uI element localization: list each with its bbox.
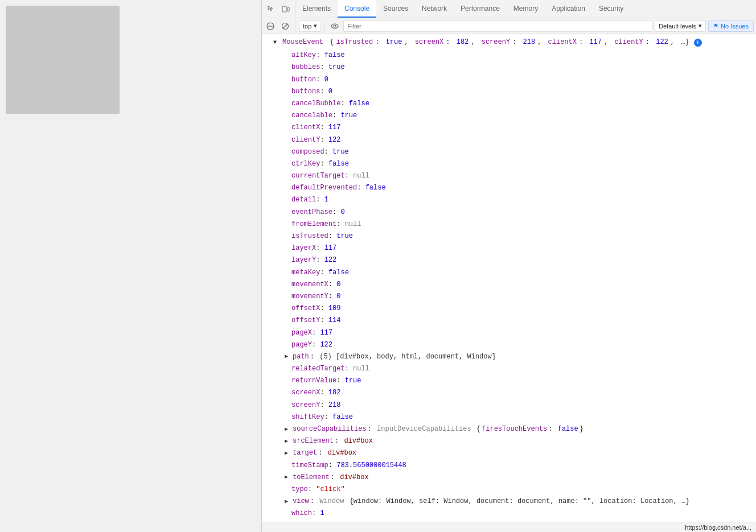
tab-console[interactable]: Console [338,0,376,18]
prop-timeStamp: timeStamp: 783.5650000015448 [273,460,756,472]
srcElement-expand-arrow [285,437,291,446]
prop-buttons: buttons: 0 [273,86,756,98]
devtools-nav: Elements Console Sources Network Perform… [262,0,756,18]
svg-line-5 [283,24,287,28]
prop-pageY: pageY: 122 [273,339,756,351]
prop-offsetX: offsetX: 109 [273,303,756,315]
no-issues-badge[interactable]: ⚑ No Issues [708,20,754,32]
svg-rect-1 [287,7,289,11]
issues-icon: ⚑ [713,23,718,29]
prop-button: button: 0 [273,74,756,86]
tab-sources[interactable]: Sources [376,0,415,18]
prop-path[interactable]: path: (5) [div#box, body, html, document… [273,351,756,363]
toolbar-separator-1 [295,21,295,31]
prop-pageX: pageX: 117 [273,327,756,339]
prop-srcElement[interactable]: srcElement: div#box [273,435,756,447]
mouse-event-entry: MouseEvent { isTrusted : true , screenX … [262,34,756,522]
prop-composed: composed: true [273,146,756,158]
path-expand-arrow [285,352,291,361]
properties-list: altKey: false bubbles: true button: 0 bu… [273,50,756,522]
prop-altKey: altKey: false [273,50,756,61]
prop-offsetY: offsetY: 114 [273,315,756,327]
prop-target[interactable]: target: div#box [273,447,756,459]
context-selector[interactable]: top ▾ [299,20,321,32]
devtools-nav-icons [262,0,295,18]
prop-returnValue: returnValue: true [273,375,756,387]
event-val-isTrusted: true [386,37,402,48]
prop-layerY: layerY: 122 [273,254,756,266]
prop-fromElement: fromElement: null [273,218,756,230]
prop-eventPhase: eventPhase: 0 [273,207,756,218]
prop-clientX: clientX: 117 [273,122,756,134]
prop-defaultPrevented: defaultPrevented: false [273,182,756,194]
clear-console-icon[interactable] [264,20,277,32]
prop-cancelable: cancelable: true [273,110,756,122]
event-type-label: MouseEvent [282,37,323,48]
prop-movementY: movementY: 0 [273,291,756,303]
tab-elements[interactable]: Elements [295,0,338,18]
prop-sourceCapabilities[interactable]: sourceCapabilities: InputDeviceCapabilit… [273,423,756,435]
devtools-tabs: Elements Console Sources Network Perform… [295,0,630,18]
context-dropdown-icon: ▾ [314,22,317,30]
info-badge: i [694,39,702,47]
toolbar-separator-2 [324,21,325,31]
svg-point-6 [331,24,338,28]
prop-relatedTarget: relatedTarget: null [273,363,756,375]
prop-screenY: screenY: 218 [273,399,756,411]
prop-toElement[interactable]: toElement: div#box [273,472,756,484]
event-summary-open: { [326,37,334,48]
target-expand-arrow [285,449,291,458]
log-levels-dropdown-icon: ▾ [699,22,702,30]
prop-clientY: clientY: 122 [273,134,756,146]
tab-security[interactable]: Security [592,0,630,18]
log-levels-label: Default levels [659,23,696,30]
prop-metaKey: metaKey: false [273,267,756,279]
prop-detail: detail: 1 [273,194,756,206]
prop-layerX: layerX: 117 [273,242,756,254]
prop-ctrlKey: ctrlKey: false [273,158,756,170]
block-icon[interactable] [279,20,291,32]
devtools-panel: Elements Console Sources Network Perform… [262,0,756,532]
prop-cancelBubble: cancelBubble: false [273,98,756,110]
sourceCapabilities-expand-arrow [285,425,291,434]
prop-view[interactable]: view: Window {window: Window, self: Wind… [273,496,756,508]
mouse-event-header[interactable]: MouseEvent { isTrusted : true , screenX … [273,35,756,50]
tab-application[interactable]: Application [545,0,592,18]
status-bar-url: https://blog.csdn.net/a... [685,524,751,531]
tab-memory[interactable]: Memory [507,0,545,18]
prop-isTrusted: isTrusted: true [273,230,756,242]
prop-screenX: screenX: 182 [273,387,756,399]
tab-performance[interactable]: Performance [454,0,507,18]
log-levels-selector[interactable]: Default levels ▾ [655,20,706,32]
filter-input[interactable] [343,20,652,32]
event-key-isTrusted: isTrusted [336,37,373,48]
prop-currentTarget: currentTarget: null [273,170,756,182]
prop-type: type: "click" [273,484,756,496]
prop-bubbles: bubbles: true [273,61,756,73]
webpage-preview-panel [0,0,262,532]
device-toggle-icon[interactable] [279,2,293,16]
toElement-expand-arrow [285,473,291,482]
prop-shiftKey: shiftKey: false [273,411,756,423]
console-content[interactable]: MouseEvent { isTrusted : true , screenX … [262,34,756,522]
tab-network[interactable]: Network [415,0,454,18]
expand-arrow [273,38,280,47]
prop-movementX: movementX: 0 [273,279,756,291]
prop-which: which: 1 [273,508,756,519]
svg-point-7 [334,25,336,27]
inspect-element-icon[interactable] [264,2,278,16]
no-issues-label: No Issues [721,23,749,30]
devtools-toolbar: top ▾ Default levels ▾ ⚑ No Issues [262,18,756,34]
context-value: top [303,23,311,30]
view-expand-arrow [285,497,291,506]
eye-icon[interactable] [328,20,341,32]
page-preview-box [6,6,120,114]
svg-rect-0 [282,6,286,12]
